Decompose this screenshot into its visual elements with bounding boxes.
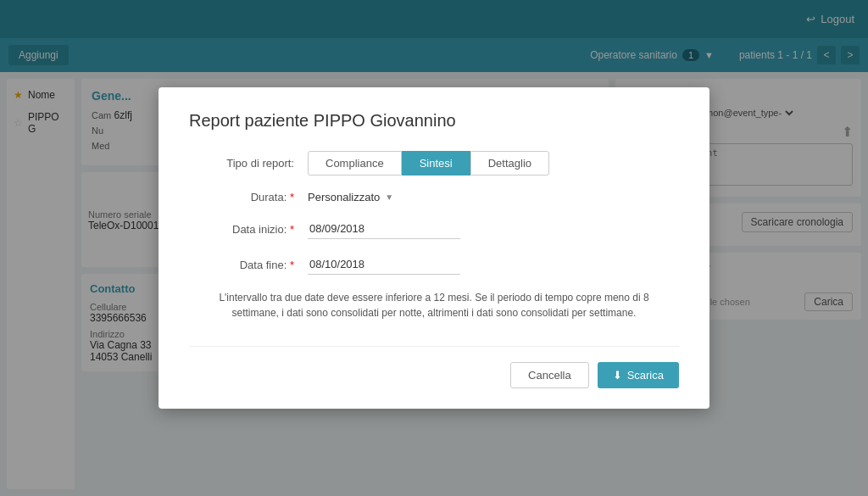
data-inizio-row: Data inizio: * (189, 219, 679, 239)
data-fine-input[interactable] (308, 254, 460, 275)
data-fine-label: Data fine: * (189, 259, 308, 271)
tipo-label: Tipo di report: (189, 157, 308, 170)
btn-dettaglio[interactable]: Dettaglio (470, 151, 549, 176)
modal-title: Report paziente PIPPO Giovannino (189, 111, 679, 131)
durata-value: Personalizzato (308, 191, 380, 203)
download-icon: ⬇ (613, 369, 622, 382)
scarica-button[interactable]: ⬇ Scarica (598, 362, 679, 388)
data-inizio-label: Data inizio: * (189, 223, 308, 236)
modal-info-text: L'intervallo tra due date deve essere in… (189, 290, 679, 320)
tipo-report-row: Tipo di report: Compliance Sintesi Detta… (189, 151, 679, 176)
modal-dialog: Report paziente PIPPO Giovannino Tipo di… (159, 87, 709, 409)
data-fine-label-text: Data fine: (240, 259, 287, 271)
durata-required-star: * (290, 191, 294, 203)
data-fine-control (308, 254, 679, 275)
durata-select[interactable]: Personalizzato ▼ (308, 191, 679, 203)
modal-footer: Cancella ⬇ Scarica (189, 346, 679, 388)
durata-row: Durata: * Personalizzato ▼ (189, 191, 679, 203)
data-inizio-required-star: * (290, 223, 294, 236)
durata-label: Durata: * (189, 191, 308, 203)
btn-sintesi[interactable]: Sintesi (402, 151, 470, 176)
tipo-label-text: Tipo di report: (226, 157, 294, 170)
data-fine-required-star: * (290, 259, 294, 271)
data-inizio-control (308, 219, 679, 239)
durata-label-text: Durata: (251, 191, 287, 203)
btn-compliance[interactable]: Compliance (308, 151, 402, 176)
report-type-group: Compliance Sintesi Dettaglio (308, 151, 679, 176)
data-inizio-input[interactable] (308, 219, 460, 239)
durata-dropdown-icon: ▼ (385, 192, 393, 202)
cancel-button[interactable]: Cancella (510, 362, 589, 388)
scarica-label: Scarica (627, 369, 664, 382)
data-fine-row: Data fine: * (189, 254, 679, 275)
data-inizio-label-text: Data inizio: (232, 223, 287, 236)
modal-overlay: Report paziente PIPPO Giovannino Tipo di… (0, 0, 868, 496)
